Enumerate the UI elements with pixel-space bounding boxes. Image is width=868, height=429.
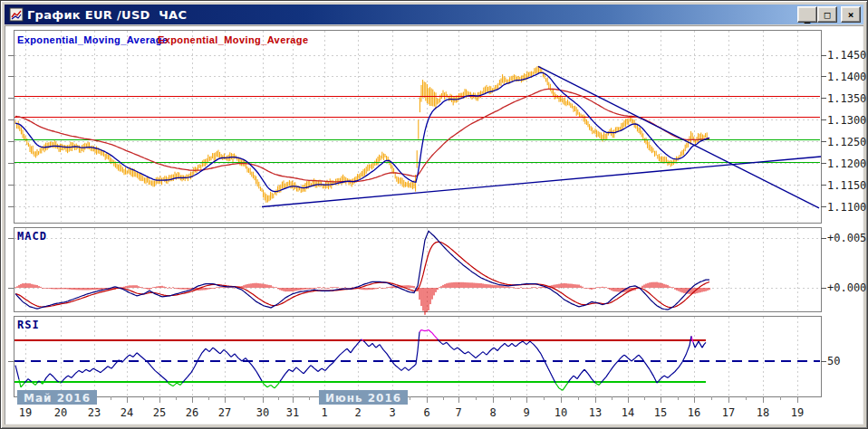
date-axis-label: 7 (455, 406, 461, 419)
date-axis-label: 18 (757, 406, 769, 419)
price-axis-label: 1.1350 (827, 92, 866, 105)
macd-panel-label: MACD (17, 230, 47, 243)
date-axis-label: 14 (622, 406, 634, 419)
date-axis-label: 19 (19, 406, 32, 419)
date-axis-label: 1 (321, 406, 327, 419)
legend-ema-fast: Exponential_Moving_Average (17, 34, 168, 45)
date-axis-label: 23 (88, 406, 101, 419)
date-axis-label: 15 (654, 406, 667, 419)
rsi-panel-label: RSI (17, 319, 40, 331)
price-panel[interactable] (14, 30, 821, 223)
legend-ema-slow: Exponential_Moving_Average (158, 34, 308, 45)
date-axis-label: 31 (286, 406, 299, 419)
date-axis-label: 30 (256, 406, 269, 419)
chart-window: График EUR /USD ЧАС _ □ × Exponential_Mo… (0, 0, 868, 429)
date-axis-label: 20 (54, 406, 67, 419)
rsi-panel[interactable] (14, 316, 821, 396)
rsi-axis-label: 50 (827, 355, 840, 367)
date-axis-label: 6 (423, 406, 429, 419)
price-axis-label: 1.1250 (827, 136, 866, 148)
date-axis-label: 25 (153, 406, 166, 419)
date-axis-label: 24 (121, 406, 133, 419)
date-axis-label: 9 (523, 406, 529, 419)
date-axis-label: 2 (354, 406, 361, 419)
price-axis-label: 1.1100 (827, 201, 866, 214)
date-axis-label: 13 (589, 406, 602, 419)
date-axis-label: 19 (791, 406, 804, 419)
price-axis-label: 1.1150 (827, 179, 866, 192)
month-badge-june: Июнь 2016 (319, 390, 408, 405)
price-axis-label: 1.1400 (827, 71, 866, 83)
macd-axis-label: +0.000 (827, 281, 866, 294)
date-axis-label: 8 (489, 406, 496, 419)
date-axis-label: 26 (186, 406, 198, 419)
price-axis-label: 1.1200 (827, 157, 866, 170)
date-axis-label: 3 (389, 406, 395, 419)
date-axis-label: 27 (218, 406, 231, 419)
date-axis-label: 16 (688, 406, 700, 419)
date-axis-label: 17 (722, 406, 735, 419)
date-axis-label: 10 (555, 406, 567, 419)
macd-panel[interactable] (14, 227, 821, 311)
price-axis-label: 1.1300 (827, 114, 866, 127)
price-axis-label: 1.1450 (827, 49, 866, 62)
macd-axis-label: +0.005 (827, 232, 866, 244)
month-badge-may: Май 2016 (17, 390, 97, 405)
